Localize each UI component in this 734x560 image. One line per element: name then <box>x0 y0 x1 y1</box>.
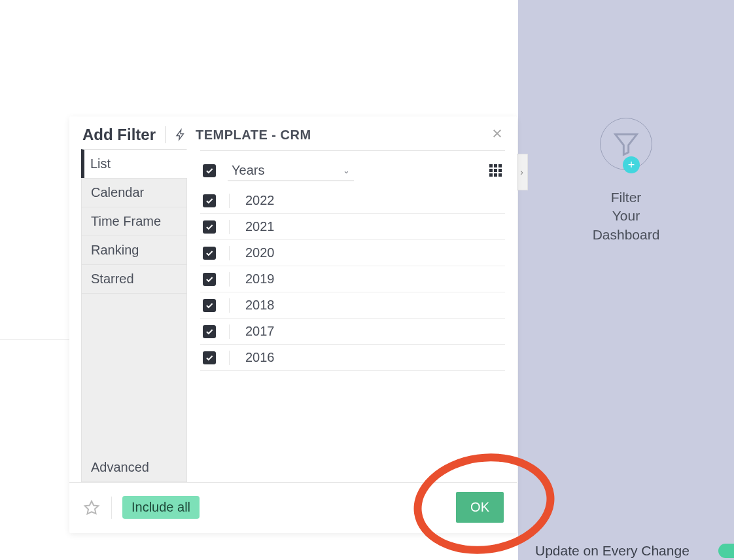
include-all-pill[interactable]: Include all <box>122 496 200 519</box>
update-on-change-row: Update on Every Change <box>518 543 734 559</box>
check-icon <box>205 301 214 310</box>
year-row[interactable]: 2017 <box>200 319 505 345</box>
divider <box>165 126 166 143</box>
check-icon <box>205 327 214 336</box>
divider <box>229 194 230 208</box>
year-row[interactable]: 2018 <box>200 292 505 319</box>
check-icon <box>205 249 214 258</box>
year-label: 2022 <box>245 193 275 208</box>
year-row[interactable]: 2020 <box>200 240 505 266</box>
tabs-column: List Calendar Time Frame Ranking Starred… <box>81 149 187 482</box>
dialog-footer: Include all OK <box>69 482 517 533</box>
divider <box>111 497 112 519</box>
year-rows: 2022202120202019201820172016 <box>200 188 505 371</box>
divider <box>229 298 230 313</box>
tab-timeframe[interactable]: Time Frame <box>81 207 187 236</box>
filter-promo: + Filter Your Dashboard <box>518 118 734 244</box>
tab-starred[interactable]: Starred <box>81 264 187 294</box>
granularity-dropdown[interactable]: Years ⌄ <box>228 160 354 181</box>
chevron-right-icon: › <box>520 167 523 177</box>
lightning-icon <box>175 127 186 143</box>
tab-advanced[interactable]: Advanced <box>81 453 187 482</box>
year-checkbox[interactable] <box>203 247 216 260</box>
update-on-change-label: Update on Every Change <box>535 543 690 559</box>
year-label: 2017 <box>245 324 275 339</box>
year-checkbox[interactable] <box>203 194 216 207</box>
right-side-panel: + Filter Your Dashboard Update on Every … <box>518 0 734 560</box>
chevron-down-icon: ⌄ <box>343 166 350 175</box>
tab-ranking[interactable]: Ranking <box>81 236 187 264</box>
select-all-checkbox[interactable] <box>203 164 216 177</box>
ok-button[interactable]: OK <box>456 492 504 523</box>
divider <box>229 351 230 365</box>
year-row[interactable]: 2016 <box>200 345 505 371</box>
promo-line: Filter <box>593 188 660 207</box>
divider <box>229 272 230 287</box>
selector-row: Years ⌄ <box>200 151 505 188</box>
year-label: 2018 <box>245 298 275 313</box>
year-checkbox[interactable] <box>203 325 216 338</box>
year-label: 2021 <box>245 219 275 234</box>
tab-list[interactable]: List <box>81 149 187 178</box>
divider <box>229 246 230 260</box>
check-icon <box>205 275 214 284</box>
close-icon <box>491 128 503 139</box>
year-label: 2019 <box>245 271 275 287</box>
year-row[interactable]: 2019 <box>200 266 505 292</box>
divider <box>229 220 230 234</box>
content-separator <box>0 339 69 340</box>
update-on-change-toggle[interactable] <box>718 544 734 558</box>
dialog-title: Add Filter <box>82 126 156 144</box>
grid-view-button[interactable] <box>489 164 502 177</box>
filter-promo-text: Filter Your Dashboard <box>593 188 660 244</box>
check-icon <box>205 353 214 362</box>
star-button[interactable] <box>82 499 101 517</box>
promo-line: Your <box>593 207 660 225</box>
check-icon <box>205 166 214 175</box>
divider <box>229 324 230 339</box>
year-checkbox[interactable] <box>203 299 216 312</box>
check-icon <box>205 222 214 232</box>
template-label: TEMPLATE - CRM <box>196 128 311 143</box>
funnel-circle[interactable]: + <box>600 118 652 170</box>
plus-icon: + <box>628 159 635 171</box>
year-row[interactable]: 2022 <box>200 188 505 214</box>
year-label: 2016 <box>245 350 275 365</box>
dropdown-label: Years <box>232 163 264 178</box>
star-icon <box>83 499 100 516</box>
tab-calendar[interactable]: Calendar <box>81 178 187 207</box>
promo-line: Dashboard <box>593 226 660 244</box>
close-button[interactable] <box>488 124 506 143</box>
dialog-header: Add Filter TEMPLATE - CRM <box>69 116 517 149</box>
year-checkbox[interactable] <box>203 220 216 234</box>
add-filter-badge[interactable]: + <box>623 156 640 173</box>
funnel-icon <box>612 130 640 158</box>
filter-content: Years ⌄ 2022202120202019201820172016 <box>187 149 505 482</box>
year-checkbox[interactable] <box>203 351 216 364</box>
add-filter-dialog: Add Filter TEMPLATE - CRM List Calendar … <box>69 116 517 533</box>
dialog-body: List Calendar Time Frame Ranking Starred… <box>69 149 517 482</box>
year-checkbox[interactable] <box>203 273 216 286</box>
year-label: 2020 <box>245 245 275 260</box>
tabs-spacer <box>81 294 187 453</box>
year-row[interactable]: 2021 <box>200 214 505 240</box>
check-icon <box>205 196 214 205</box>
background-chevron-button[interactable]: › <box>516 154 528 190</box>
